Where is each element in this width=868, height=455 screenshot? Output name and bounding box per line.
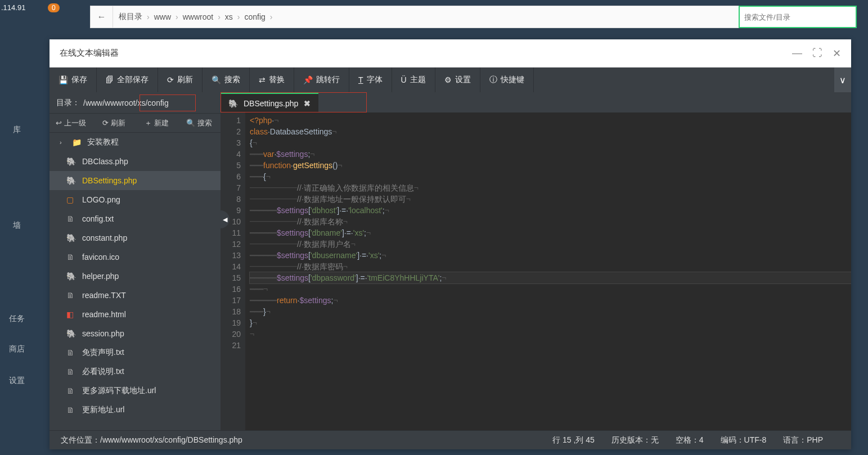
chevron-right-icon: ›	[60, 139, 66, 146]
file-icon: 🐘	[66, 176, 77, 185]
sidebar-item-tasks[interactable]: 任务	[0, 314, 34, 324]
tree-item[interactable]: ▢LOGO.png	[50, 190, 221, 209]
save-icon: 💾	[59, 75, 68, 84]
search-input[interactable]	[739, 6, 857, 28]
status-history[interactable]: 历史版本：无	[611, 435, 659, 445]
pin-icon: 📌	[303, 75, 313, 84]
tree-item[interactable]: 🐘DBSettings.php	[50, 171, 221, 190]
replace-icon: ⇄	[259, 75, 266, 84]
status-filepath: 文件位置：/www/wwwroot/xs/config/DBSettings.p…	[61, 435, 242, 445]
tree-item-label: 更多源码下载地址.url	[82, 386, 156, 396]
code-lines[interactable]: <?php·¬class·DatabaseSettings¬{¬━━━var·$…	[245, 112, 851, 430]
sidebar-item-firewall[interactable]: 墙	[0, 220, 34, 231]
php-icon: 🐘	[228, 99, 238, 108]
file-icon: ▢	[66, 195, 77, 204]
host-sidebar: .114.91 0 库 墙 任务 商店 设置	[0, 0, 34, 455]
file-icon: 🗎	[66, 406, 77, 415]
file-icon: 🗎	[66, 386, 77, 395]
tab-label: DBSettings.php	[244, 99, 298, 108]
tree-item[interactable]: 🗎更多源码下载地址.url	[50, 381, 221, 400]
status-encoding[interactable]: 编码：UTF-8	[721, 435, 767, 445]
back-button[interactable]: ←	[91, 6, 113, 28]
sidebar-item-db[interactable]: 库	[0, 125, 34, 135]
new-file-button[interactable]: ＋新建	[135, 118, 178, 128]
file-icon: 🗎	[66, 291, 77, 300]
breadcrumb-root[interactable]: 根目录	[119, 12, 142, 22]
tree-item[interactable]: ›📁安装教程	[50, 133, 221, 152]
file-icon: 🐘	[66, 233, 77, 242]
file-icon: 🐘	[66, 157, 77, 166]
notification-badge[interactable]: 0	[48, 3, 60, 12]
maximize-icon[interactable]: ⛶	[812, 47, 822, 59]
replace-button[interactable]: ⇄替换	[250, 67, 294, 92]
save-button[interactable]: 💾保存	[50, 67, 97, 92]
minimize-icon[interactable]: —	[792, 47, 802, 59]
tree-item[interactable]: 🗎readme.TXT	[50, 286, 221, 305]
tree-item[interactable]: ◧readme.html	[50, 305, 221, 324]
code-content[interactable]: 123456789101112131415161718192021 <?php·…	[221, 112, 851, 430]
close-icon[interactable]: ✕	[833, 47, 841, 60]
tree-item-label: DBSettings.php	[82, 176, 137, 185]
breadcrumb-www[interactable]: www	[154, 12, 171, 21]
tree-item-label: session.php	[82, 329, 124, 338]
line-gutter: 123456789101112131415161718192021	[221, 112, 245, 430]
tree-item-label: 免责声明.txt	[82, 348, 124, 358]
status-indent[interactable]: 空格：4	[676, 435, 704, 445]
font-button[interactable]: T字体	[349, 67, 392, 92]
search-button[interactable]: 🔍搜索	[203, 67, 250, 92]
breadcrumb-xs[interactable]: xs	[225, 12, 233, 21]
tree-path: 目录： /www/wwwroot/xs/config	[50, 92, 221, 114]
up-level-button[interactable]: ↩上一级	[50, 118, 92, 128]
chevron-right-icon: ›	[176, 12, 178, 21]
status-cursor: 行 15 ,列 45	[552, 435, 595, 445]
tree-actions: ↩上一级 ⟳刷新 ＋新建 🔍搜索	[50, 114, 221, 133]
tree-item[interactable]: 🗎更新地址.url	[50, 400, 221, 420]
tree-item-label: helper.php	[82, 272, 119, 281]
breadcrumb-config[interactable]: config	[245, 12, 266, 21]
save-all-icon: 🗐	[106, 75, 114, 84]
theme-button[interactable]: Ü主题	[392, 67, 435, 92]
tree-item-label: LOGO.png	[82, 195, 120, 204]
tree-item[interactable]: 🐘DBClass.php	[50, 152, 221, 171]
status-language[interactable]: 语言：PHP	[783, 435, 823, 445]
tree-item[interactable]: 🗎config.txt	[50, 209, 221, 228]
tree-item[interactable]: 🐘session.php	[50, 324, 221, 343]
refresh-button[interactable]: ⟳刷新	[158, 67, 203, 92]
refresh-icon: ⟳	[102, 119, 109, 127]
info-icon: ⓘ	[489, 75, 497, 85]
file-icon: 🐘	[66, 272, 77, 281]
tree-item[interactable]: 🗎免责声明.txt	[50, 343, 221, 362]
file-tree: 目录： /www/wwwroot/xs/config ↩上一级 ⟳刷新 ＋新建 …	[50, 92, 221, 430]
tree-item-label: DBClass.php	[82, 157, 128, 166]
tree-item[interactable]: 🗎favicon.ico	[50, 247, 221, 267]
tree-item[interactable]: 🐘helper.php	[50, 267, 221, 286]
tree-item-label: config.txt	[82, 214, 114, 223]
tree-refresh-button[interactable]: ⟳刷新	[92, 118, 135, 128]
file-icon: 🐘	[66, 329, 77, 338]
tree-item-label: readme.html	[82, 310, 126, 319]
tree-item-label: 更新地址.url	[82, 405, 124, 415]
toolbar-collapse[interactable]: ∨	[834, 67, 851, 92]
file-icon: 🗎	[66, 367, 77, 376]
theme-icon: Ü	[401, 75, 407, 84]
shortcuts-button[interactable]: ⓘ快捷键	[480, 67, 534, 92]
sidebar-item-settings[interactable]: 设置	[0, 376, 34, 386]
editor-title-bar: 在线文本编辑器 — ⛶ ✕	[50, 39, 851, 67]
editor-title: 在线文本编辑器	[60, 48, 119, 58]
tree-item-label: readme.TXT	[82, 291, 126, 300]
tree-item[interactable]: 🐘constant.php	[50, 228, 221, 247]
file-icon: 🗎	[66, 253, 77, 262]
sidebar-item-store[interactable]: 商店	[0, 344, 34, 354]
close-tab-icon[interactable]: ✖	[304, 99, 311, 108]
settings-button[interactable]: ⚙设置	[435, 67, 480, 92]
file-tab[interactable]: 🐘 DBSettings.php ✖	[221, 92, 318, 112]
goto-line-button[interactable]: 📌跳转行	[294, 67, 349, 92]
save-all-button[interactable]: 🗐全部保存	[97, 67, 158, 92]
tree-item[interactable]: 🗎必看说明.txt	[50, 362, 221, 381]
search-icon: 🔍	[186, 119, 195, 127]
editor-body: 目录： /www/wwwroot/xs/config ↩上一级 ⟳刷新 ＋新建 …	[50, 92, 851, 430]
gear-icon: ⚙	[444, 75, 452, 84]
tree-search-button[interactable]: 🔍搜索	[178, 118, 221, 128]
tab-bar: 🐘 DBSettings.php ✖	[221, 92, 851, 112]
breadcrumb-wwwroot[interactable]: wwwroot	[183, 12, 213, 21]
